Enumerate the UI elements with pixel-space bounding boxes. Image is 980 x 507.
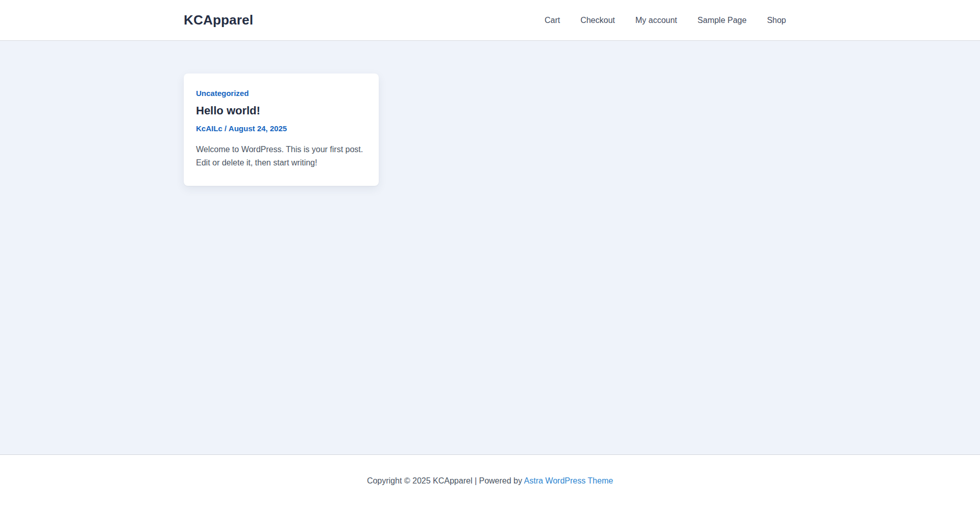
footer-copyright: Copyright © 2025 KCApparel | Powered by … bbox=[184, 475, 796, 487]
nav-item-checkout[interactable]: Checkout bbox=[570, 16, 625, 25]
main-content: Uncategorized Hello world! KcAILc/August… bbox=[0, 41, 980, 454]
site-header: KCApparel Cart Checkout My account Sampl… bbox=[0, 0, 980, 41]
post-category-link[interactable]: Uncategorized bbox=[196, 88, 249, 99]
meta-separator: / bbox=[223, 124, 229, 133]
nav-item-shop[interactable]: Shop bbox=[757, 16, 796, 25]
footer-theme-link[interactable]: Astra WordPress Theme bbox=[524, 476, 614, 485]
primary-nav: Cart Checkout My account Sample Page Sho… bbox=[534, 16, 796, 25]
nav-item-my-account[interactable]: My account bbox=[625, 16, 688, 25]
post-author-link[interactable]: KcAILc bbox=[196, 124, 223, 133]
site-title-link[interactable]: KCApparel bbox=[184, 12, 253, 28]
post-date-link[interactable]: August 24, 2025 bbox=[229, 124, 287, 133]
nav-item-cart[interactable]: Cart bbox=[534, 16, 570, 25]
post-title-link[interactable]: Hello world! bbox=[196, 104, 260, 117]
site-footer: Copyright © 2025 KCApparel | Powered by … bbox=[0, 454, 980, 507]
post-title: Hello world! bbox=[196, 104, 366, 118]
footer-copyright-text: Copyright © 2025 KCApparel | Powered by bbox=[367, 476, 524, 485]
post-meta: KcAILc/August 24, 2025 bbox=[196, 123, 366, 134]
page: KCApparel Cart Checkout My account Sampl… bbox=[0, 0, 980, 507]
post-card: Uncategorized Hello world! KcAILc/August… bbox=[184, 74, 379, 186]
nav-item-sample-page[interactable]: Sample Page bbox=[688, 16, 757, 25]
post-excerpt: Welcome to WordPress. This is your first… bbox=[196, 143, 366, 170]
